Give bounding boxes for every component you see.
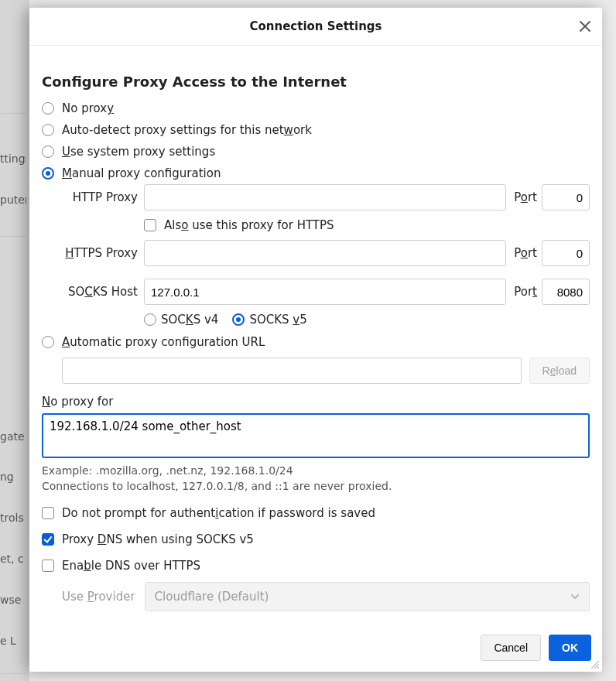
close-button[interactable] [576,17,594,36]
no-proxy-for-input[interactable] [42,413,590,458]
https-proxy-label: HTTPS Proxy [62,246,144,260]
check-doh-label[interactable]: Enable DNS over HTTPS [62,559,200,573]
radio-socks-v4[interactable] [144,313,156,326]
socks-host-label: SOCKS Host [62,285,144,299]
doh-provider-label: Use Provider [62,590,135,604]
reload-button[interactable]: Reload [529,358,590,384]
check-no-prompt[interactable] [42,507,54,519]
radio-pac-label[interactable]: Automatic proxy configuration URL [62,335,265,349]
http-port-label: Port [506,190,542,204]
radio-manual-label[interactable]: Manual proxy configuration [62,166,221,180]
socks-version-row: SOCKS v4 SOCKS v5 [144,310,590,331]
section-heading: Configure Proxy Access to the Internet [42,74,590,90]
chevron-down-icon [570,592,580,601]
socks-port-input[interactable] [542,279,590,305]
use-for-https-label[interactable]: Also use this proxy for HTTPS [164,218,334,232]
http-proxy-label: HTTP Proxy [62,190,144,204]
radio-manual-row: Manual proxy configuration [42,163,590,184]
pac-url-input[interactable] [62,358,522,384]
radio-auto-detect[interactable] [42,124,54,136]
radio-auto-detect-row: Auto-detect proxy settings for this netw… [42,119,590,141]
no-proxy-for-label: No proxy for [42,395,590,409]
socks-host-input[interactable] [144,279,506,305]
radio-system-label[interactable]: Use system proxy settings [62,145,215,159]
radio-system[interactable] [42,145,54,158]
use-for-https-row: Also use this proxy for HTTPS [144,215,590,240]
radio-socks-v4-label[interactable]: SOCKS v4 [161,313,218,327]
check-doh-row: Enable DNS over HTTPS [42,553,590,579]
doh-provider-select[interactable]: Cloudflare (Default) [145,582,590,611]
radio-manual[interactable] [42,167,54,180]
cancel-button[interactable]: Cancel [481,635,541,661]
no-proxy-note: Connections to localhost, 127.0.0.1/8, a… [42,480,590,492]
dialog-footer: Cancel OK [29,627,602,672]
no-proxy-example: Example: .mozilla.org, .net.nz, 192.168.… [42,464,590,477]
http-proxy-input[interactable] [144,184,506,210]
ok-button[interactable]: OK [549,635,591,661]
check-no-prompt-row: Do not prompt for authentication if pass… [42,500,590,526]
resize-grip-icon[interactable] [590,659,599,669]
radio-no-proxy-row: No proxy [42,98,590,119]
check-proxy-dns-label[interactable]: Proxy DNS when using SOCKS v5 [62,532,254,546]
http-port-input[interactable] [542,184,590,210]
dialog-body: Configure Proxy Access to the Internet N… [29,46,602,627]
radio-socks-v5-label[interactable]: SOCKS v5 [249,313,306,327]
check-doh[interactable] [42,560,54,572]
check-no-prompt-label[interactable]: Do not prompt for authentication if pass… [62,506,375,520]
doh-provider-value: Cloudflare (Default) [155,590,269,604]
dialog-header: Connection Settings [29,8,602,46]
radio-socks-v5[interactable] [232,313,245,326]
manual-proxy-fields: HTTP Proxy Port Also use this proxy for … [62,184,590,331]
radio-auto-detect-label[interactable]: Auto-detect proxy settings for this netw… [62,123,312,137]
check-proxy-dns-row: Proxy DNS when using SOCKS v5 [42,526,590,553]
close-icon [580,21,590,32]
radio-pac-row: Automatic proxy configuration URL [42,331,590,353]
radio-no-proxy[interactable] [42,102,54,115]
connection-settings-dialog: Connection Settings Configure Proxy Acce… [29,8,602,672]
dialog-title: Connection Settings [249,19,382,33]
https-proxy-input[interactable] [144,240,506,266]
radio-pac[interactable] [42,336,54,348]
radio-no-proxy-label[interactable]: No proxy [62,101,114,115]
radio-system-row: Use system proxy settings [42,141,590,163]
https-port-input[interactable] [542,240,590,266]
doh-provider-row: Use Provider Cloudflare (Default) [62,582,590,611]
socks-port-label: Port [506,285,542,299]
check-proxy-dns[interactable] [42,533,54,546]
use-for-https-checkbox[interactable] [144,219,156,231]
https-port-label: Port [506,246,542,260]
